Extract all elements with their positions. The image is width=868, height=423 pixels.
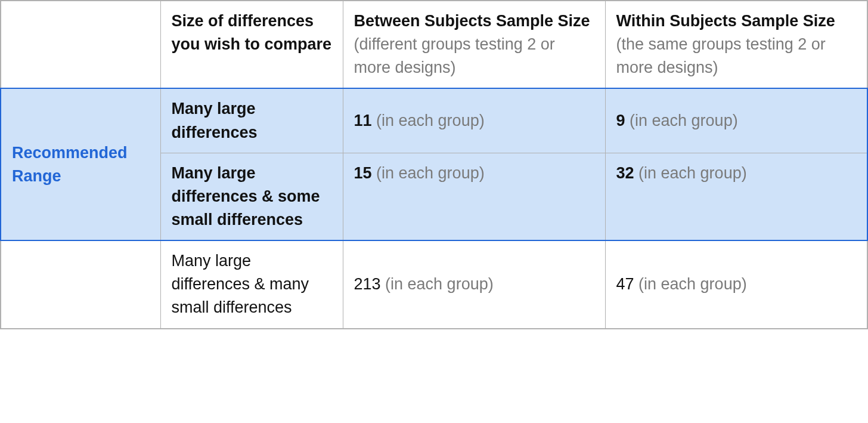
row1-within: 32 (in each group): [605, 153, 867, 240]
row0-label-text: Many large differences: [172, 100, 258, 141]
row2-blank: [1, 240, 160, 328]
row1-within-num: 32: [616, 164, 634, 182]
row2-between-num: 213: [354, 275, 381, 293]
header-col2-bold: Between Subjects Sample Size: [354, 12, 590, 30]
header-blank: [1, 1, 160, 88]
table-row: Recommended Range Many large differences…: [1, 88, 867, 153]
row1-label-text: Many large differences & some small diff…: [172, 164, 320, 229]
row0-within-num: 9: [616, 112, 625, 129]
row0-between-num: 11: [354, 112, 372, 129]
row2-within-suffix: (in each group): [634, 275, 747, 293]
row0-between-suffix: (in each group): [372, 112, 485, 129]
sample-size-table: Size of differences you wish to compare …: [0, 0, 868, 329]
row1-between: 15 (in each group): [343, 153, 605, 240]
row1-between-suffix: (in each group): [372, 164, 485, 182]
row2-within-num: 47: [616, 275, 634, 293]
row0-label: Many large differences: [160, 88, 343, 153]
row2-between: 213 (in each group): [343, 240, 605, 328]
row2-label-text: Many large differences & many small diff…: [172, 252, 309, 316]
row1-label: Many large differences & some small diff…: [160, 153, 343, 240]
header-between: Between Subjects Sample Size (different …: [343, 1, 605, 88]
header-col3-bold: Within Subjects Sample Size: [616, 12, 835, 30]
row2-between-suffix: (in each group): [381, 275, 494, 293]
row0-within-suffix: (in each group): [625, 112, 738, 129]
table-header-row: Size of differences you wish to compare …: [1, 1, 867, 88]
recommended-range-label: Recommended Range: [1, 88, 160, 240]
header-size-diff: Size of differences you wish to compare: [160, 1, 343, 88]
header-within: Within Subjects Sample Size (the same gr…: [605, 1, 867, 88]
row1-between-num: 15: [354, 164, 372, 182]
row0-between: 11 (in each group): [343, 88, 605, 153]
row2-label: Many large differences & many small diff…: [160, 240, 343, 328]
header-col3-sub: (the same groups testing 2 or more desig…: [616, 35, 826, 76]
header-col1-text: Size of differences you wish to compare: [172, 12, 332, 53]
row1-within-suffix: (in each group): [634, 164, 747, 182]
header-col2-sub: (different groups testing 2 or more desi…: [354, 35, 555, 76]
row0-within: 9 (in each group): [605, 88, 867, 153]
table-row: Many large differences & many small diff…: [1, 240, 867, 328]
row2-within: 47 (in each group): [605, 240, 867, 328]
